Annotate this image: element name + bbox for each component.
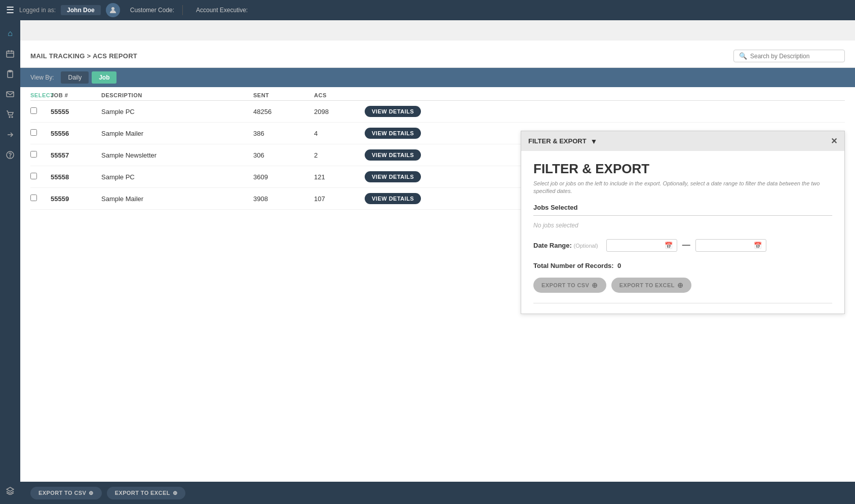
job-num-1: 55556 — [51, 130, 101, 137]
date-to-input[interactable] — [700, 242, 751, 249]
panel-divider — [533, 303, 832, 303]
excel-plus-icon: ⊕ — [677, 281, 683, 289]
col-description: DESCRIPTION — [101, 92, 253, 98]
search-icon: 🔍 — [739, 52, 747, 60]
bottom-export-csv-button[interactable]: EXPORT TO CSV ⊕ — [30, 487, 102, 499]
export-csv-button[interactable]: EXPORT TO CSV ⊕ — [533, 278, 606, 293]
page-header: MAIL TRACKING > ACS REPORT 🔍 — [20, 41, 855, 68]
col-select: Select — [30, 92, 51, 98]
date-dash-separator: — — [682, 241, 690, 250]
breadcrumb: MAIL TRACKING > ACS REPORT — [30, 52, 137, 60]
layers-icon[interactable] — [2, 483, 18, 499]
export-excel-button[interactable]: EXPORT TO EXCEL ⊕ — [611, 278, 692, 293]
svg-point-0 — [111, 7, 114, 10]
bottom-export-excel-button[interactable]: EXPORT TO EXCEL ⊕ — [107, 487, 186, 499]
main-content: MAIL TRACKING > ACS REPORT 🔍 View By: Da… — [20, 41, 855, 504]
description-1: Sample Mailer — [101, 130, 253, 137]
help-icon[interactable] — [2, 147, 18, 163]
col-job: JOB # — [51, 92, 101, 98]
forward-icon[interactable] — [2, 127, 18, 143]
acs-1: 4 — [314, 130, 365, 137]
description-0: Sample PC — [101, 108, 253, 115]
cart-icon[interactable] — [2, 106, 18, 123]
filter-panel-header: FILTER & EXPORT ▼ ✕ — [521, 131, 844, 151]
row-checkbox-4[interactable] — [30, 195, 37, 201]
acs-2: 2 — [314, 151, 365, 159]
sent-4: 3908 — [253, 195, 314, 203]
acs-4: 107 — [314, 195, 365, 203]
date-range-label: Date Range: (Optional) — [533, 242, 598, 249]
view-by-bar: View By: Daily Job — [20, 68, 855, 87]
filter-header-text: FILTER & EXPORT — [528, 137, 587, 145]
svg-point-8 — [9, 117, 10, 118]
row-checkbox-3[interactable] — [30, 173, 37, 179]
sent-1: 386 — [253, 130, 314, 137]
calendar-icon[interactable] — [2, 46, 18, 62]
bottom-export-csv-label: EXPORT TO CSV — [38, 490, 86, 496]
description-2: Sample Newsletter — [101, 151, 253, 159]
sent-0: 48256 — [253, 108, 314, 115]
jobs-selected-label: Jobs Selected — [533, 204, 832, 216]
view-details-btn-2[interactable]: VIEW DETAILS — [365, 149, 421, 161]
view-details-btn-0[interactable]: VIEW DETAILS — [365, 106, 421, 117]
home-icon[interactable]: ⌂ — [2, 25, 18, 42]
col-acs: ACS — [314, 92, 365, 98]
user-avatar-icon[interactable] — [106, 3, 120, 17]
svg-point-9 — [12, 117, 13, 118]
calendar-from-icon[interactable]: 📅 — [665, 242, 673, 249]
filter-export-panel: FILTER & EXPORT ▼ ✕ FILTER & EXPORT Sele… — [521, 131, 845, 314]
tab-job[interactable]: Job — [92, 71, 116, 84]
menu-icon[interactable]: ☰ — [6, 5, 14, 16]
sent-2: 306 — [253, 151, 314, 159]
account-exec-label: Account Executive: — [196, 7, 248, 14]
sidebar: ⌂ — [0, 20, 20, 504]
svg-rect-6 — [9, 70, 12, 72]
total-records-row: Total Number of Records: 0 — [533, 262, 832, 269]
export-excel-label: EXPORT TO EXCEL — [619, 282, 675, 288]
filter-panel-title-bar: FILTER & EXPORT ▼ — [528, 137, 597, 145]
user-name-badge: John Doe — [61, 5, 101, 15]
view-details-btn-3[interactable]: VIEW DETAILS — [365, 171, 421, 182]
filter-funnel-icon: ▼ — [591, 137, 598, 145]
tab-daily[interactable]: Daily — [61, 71, 89, 84]
clipboard-icon[interactable] — [2, 66, 18, 82]
top-nav: ☰ Logged in as: John Doe Customer Code: … — [0, 0, 855, 20]
bottom-excel-plus-icon: ⊕ — [173, 490, 177, 496]
row-checkbox-0[interactable] — [30, 107, 37, 114]
nav-divider — [182, 5, 183, 15]
job-num-0: 55555 — [51, 108, 101, 115]
export-buttons-row: EXPORT TO CSV ⊕ EXPORT TO EXCEL ⊕ — [533, 278, 832, 293]
mail-icon[interactable] — [2, 86, 18, 102]
total-count: 0 — [617, 262, 621, 269]
description-4: Sample Mailer — [101, 195, 253, 203]
col-sent: SENT — [253, 92, 314, 98]
view-details-btn-1[interactable]: VIEW DETAILS — [365, 128, 421, 139]
export-csv-label: EXPORT TO CSV — [541, 282, 589, 288]
close-panel-button[interactable]: ✕ — [831, 136, 837, 146]
row-checkbox-1[interactable] — [30, 129, 37, 136]
filter-main-title: FILTER & EXPORT — [533, 161, 832, 177]
search-input[interactable] — [750, 53, 839, 60]
total-records-label: Total Number of Records: — [533, 262, 614, 269]
acs-3: 121 — [314, 173, 365, 181]
job-num-4: 55559 — [51, 195, 101, 203]
row-checkbox-2[interactable] — [30, 151, 37, 158]
filter-sub-desc: Select job or jobs on the left to includ… — [533, 180, 832, 196]
acs-0: 2098 — [314, 108, 365, 115]
csv-plus-icon: ⊕ — [592, 281, 598, 289]
svg-point-11 — [10, 157, 11, 158]
date-to-input-wrapper[interactable]: 📅 — [695, 239, 766, 252]
view-by-label: View By: — [30, 74, 54, 81]
date-from-input[interactable] — [611, 242, 662, 249]
calendar-to-icon[interactable]: 📅 — [754, 242, 762, 249]
date-from-input-wrapper[interactable]: 📅 — [606, 239, 677, 252]
bottom-csv-plus-icon: ⊕ — [89, 490, 93, 496]
view-details-btn-4[interactable]: VIEW DETAILS — [365, 193, 421, 204]
search-box[interactable]: 🔍 — [733, 50, 845, 62]
customer-code-label: Customer Code: — [130, 7, 174, 14]
sent-3: 3609 — [253, 173, 314, 181]
table-header: Select JOB # DESCRIPTION SENT ACS — [30, 87, 845, 101]
filter-panel-body: FILTER & EXPORT Select job or jobs on th… — [521, 151, 844, 314]
bottom-bar: EXPORT TO CSV ⊕ EXPORT TO EXCEL ⊕ — [20, 482, 855, 504]
svg-rect-7 — [7, 92, 14, 97]
